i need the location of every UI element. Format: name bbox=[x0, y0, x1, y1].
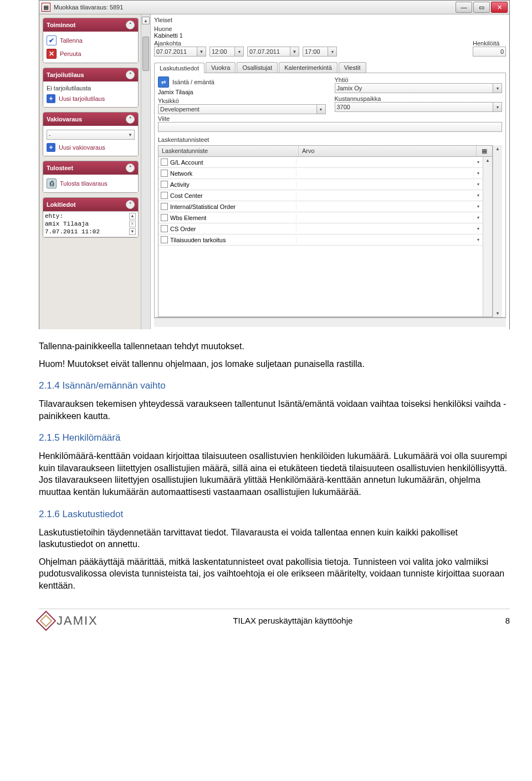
print-label: Tulosta tilavaraus bbox=[60, 180, 108, 187]
date-from-input[interactable]: 07.07.2011 bbox=[154, 47, 197, 57]
collapse-icon[interactable]: ˄ bbox=[126, 70, 135, 79]
grid-row[interactable]: Tilaisuuden tarkoitus▾ bbox=[158, 234, 483, 246]
tab-vuokra[interactable]: Vuokra bbox=[206, 62, 236, 73]
page-number: 8 bbox=[488, 616, 510, 625]
scroll-up-icon[interactable]: ▲ bbox=[142, 17, 150, 24]
chevron-down-icon[interactable]: ▾ bbox=[473, 182, 483, 187]
tab-viestit[interactable]: Viestit bbox=[339, 62, 366, 73]
swap-icon[interactable]: ⇄ bbox=[158, 76, 169, 88]
checkbox[interactable] bbox=[161, 170, 168, 177]
chevron-down-icon[interactable]: ▾ bbox=[473, 193, 483, 198]
huone-value: Kabinetti 1 bbox=[154, 32, 506, 39]
collapse-icon[interactable]: ˄ bbox=[126, 164, 135, 172]
chevron-down-icon[interactable]: ▾ bbox=[473, 226, 483, 231]
scroll-up-icon[interactable]: ▲ bbox=[495, 146, 500, 151]
print-button[interactable]: ⎙ Tulosta tilavaraus bbox=[47, 177, 135, 190]
doc-paragraph: Tallenna-painikkeella tallennetaan tehdy… bbox=[39, 340, 510, 353]
yksikko-dropdown[interactable]: ▾ bbox=[317, 104, 326, 114]
chevron-down-icon[interactable]: ▾ bbox=[473, 237, 483, 242]
grid-row[interactable]: Internal/Statistical Order▾ bbox=[158, 201, 483, 212]
grid-row[interactable]: Wbs Element▾ bbox=[158, 212, 483, 223]
time-from-picker[interactable]: ▾ bbox=[235, 47, 244, 57]
scroll-up-icon[interactable]: ▲ bbox=[129, 213, 136, 220]
yksikko-input[interactable]: Developement bbox=[158, 104, 317, 114]
checkbox[interactable] bbox=[161, 214, 168, 221]
close-button[interactable]: ✕ bbox=[491, 2, 508, 13]
grid-col-tunniste[interactable]: Laskentatunniste bbox=[158, 146, 299, 156]
chevron-down-icon[interactable]: ▾ bbox=[473, 171, 483, 176]
date-to-input[interactable]: 07.07.2011 bbox=[247, 47, 290, 57]
tab-osallistujat[interactable]: Osallistujat bbox=[237, 62, 278, 73]
brand-text: JAMIX bbox=[57, 614, 98, 628]
checkbox[interactable] bbox=[161, 203, 168, 210]
panel-vakiovaraus: Vakiovaraus ˄ - ▼ + Uusi vakiovaraus bbox=[43, 112, 139, 156]
save-button[interactable]: ✔ Tallenna bbox=[47, 34, 135, 47]
collapse-icon[interactable]: ˄ bbox=[126, 21, 135, 29]
cancel-button[interactable]: ✕ Peruuta bbox=[47, 47, 135, 60]
date-to-picker[interactable]: ▼ bbox=[290, 47, 299, 57]
logo-mark-icon bbox=[36, 610, 57, 631]
doc-heading: 2.1.5 Henkilömäärä bbox=[39, 432, 510, 445]
isanta-label: Isäntä / emäntä bbox=[172, 79, 214, 85]
panel-toiminnot: Toiminnot ˄ ✔ Tallenna ✕ Peruuta bbox=[43, 18, 139, 63]
viite-input[interactable] bbox=[158, 122, 502, 132]
chevron-down-icon[interactable]: ▾ bbox=[473, 215, 483, 220]
vakio-combo[interactable]: - ▼ bbox=[47, 130, 135, 140]
scroll-down-icon[interactable]: ▼ bbox=[495, 311, 500, 316]
scroll-down-icon[interactable]: ▼ bbox=[129, 228, 136, 235]
sidebar-scrollbar[interactable]: ▲ bbox=[141, 14, 150, 329]
scroll-mid-icon[interactable]: ≡ bbox=[129, 221, 136, 227]
checkbox[interactable] bbox=[161, 236, 168, 243]
henkiloita-input[interactable]: 0 bbox=[473, 47, 506, 57]
time-to-input[interactable]: 17:00 bbox=[303, 47, 328, 57]
isanta-value: Jamix Tilaaja bbox=[158, 89, 326, 95]
new-vakio-button[interactable]: + Uusi vakiovaraus bbox=[47, 141, 135, 154]
page-footer: JAMIX TILAX peruskäyttäjän käyttöohje 8 bbox=[39, 609, 510, 628]
grid-row[interactable]: Cost Center▾ bbox=[158, 190, 483, 201]
tab-kalenterimerkinta[interactable]: Kalenterimerkintä bbox=[279, 62, 337, 73]
yhtio-label: Yhtiö bbox=[335, 76, 503, 83]
tab-laskutustiedot[interactable]: Laskutustiedot bbox=[154, 63, 204, 73]
time-from-input[interactable]: 12:00 bbox=[209, 47, 235, 57]
checkbox[interactable] bbox=[161, 225, 168, 232]
time-to-picker[interactable]: ▾ bbox=[328, 47, 337, 57]
panel-lokitiedot: Lokitiedot ˄ ehty: amix Tilaaja 7.07.201… bbox=[43, 197, 139, 238]
tabs: Laskutustiedot Vuokra Osallistujat Kalen… bbox=[154, 62, 506, 73]
horizontal-scrollbar[interactable] bbox=[154, 318, 506, 327]
checkbox[interactable] bbox=[161, 192, 168, 199]
grid-col-arvo[interactable]: Arvo bbox=[299, 146, 477, 156]
grid-row[interactable]: Network▾ bbox=[158, 168, 483, 179]
new-tarjoilu-button[interactable]: + Uusi tarjoilutilaus bbox=[47, 93, 135, 105]
main-content: Yleiset Huone Kabinetti 1 Ajankohta 07.0… bbox=[151, 14, 509, 329]
grid-row[interactable]: CS Order▾ bbox=[158, 223, 483, 234]
panel-title: Vakiovaraus bbox=[47, 116, 82, 122]
doc-heading: 2.1.6 Laskutustiedot bbox=[39, 508, 510, 521]
scroll-up-icon[interactable]: ▲ bbox=[485, 158, 490, 163]
chevron-down-icon[interactable]: ▾ bbox=[473, 160, 483, 165]
grid-col-button[interactable]: ▦ bbox=[477, 146, 492, 156]
date-from-picker[interactable]: ▼ bbox=[197, 47, 206, 57]
yhtio-input[interactable]: Jamix Oy bbox=[335, 83, 494, 93]
grid-row[interactable]: Activity▾ bbox=[158, 179, 483, 190]
huone-label: Huone bbox=[154, 25, 506, 32]
maximize-button[interactable]: ▭ bbox=[473, 2, 490, 13]
scroll-thumb[interactable] bbox=[142, 37, 149, 71]
log-textarea[interactable]: ehty: amix Tilaaja 7.07.2011 11:02 ▲ ≡ ▼ bbox=[43, 211, 138, 237]
viite-label: Viite bbox=[158, 115, 502, 122]
grid-row[interactable]: G/L Account▾ bbox=[158, 157, 483, 168]
yksikko-label: Yksikkö bbox=[158, 98, 326, 104]
kust-dropdown[interactable]: ▾ bbox=[493, 102, 502, 112]
minimize-button[interactable]: — bbox=[456, 2, 472, 13]
cancel-label: Peruuta bbox=[60, 50, 81, 57]
yhtio-dropdown[interactable]: ▾ bbox=[493, 83, 502, 93]
checkbox[interactable] bbox=[161, 181, 168, 188]
plus-icon: + bbox=[47, 143, 55, 152]
window-title: Muokkaa tilavaraus: 5891 bbox=[54, 4, 123, 11]
grid-outer-scrollbar[interactable]: ▲ ▼ bbox=[493, 145, 502, 317]
chevron-down-icon[interactable]: ▾ bbox=[473, 204, 483, 209]
collapse-icon[interactable]: ˄ bbox=[126, 200, 135, 209]
collapse-icon[interactable]: ˄ bbox=[126, 115, 135, 124]
checkbox[interactable] bbox=[161, 159, 168, 166]
grid-inner-scrollbar[interactable]: ▲ bbox=[483, 157, 492, 317]
kust-input[interactable]: 3700 bbox=[335, 102, 494, 112]
